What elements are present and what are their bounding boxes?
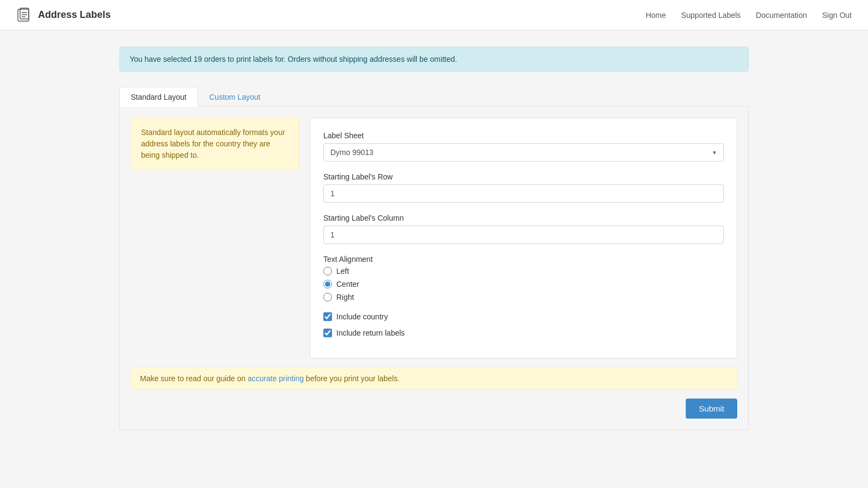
alert-message: You have selected 19 orders to print lab… [130,55,457,63]
include-country-checkbox[interactable] [323,312,332,321]
form-panel: Label Sheet Dymo 99013 Avery 5160 Avery … [310,118,737,358]
submit-button[interactable]: Submit [686,399,737,419]
alert-banner: You have selected 19 orders to print lab… [119,47,749,72]
starting-col-input[interactable] [323,226,724,244]
tab-bar: Standard Layout Custom Layout [119,87,749,107]
brand-icon [16,7,33,23]
radio-left-label: Left [336,267,349,275]
accurate-printing-link[interactable]: accurate printing [247,374,304,383]
sidebar-info-text: Standard layout automatically formats yo… [141,128,285,159]
bottom-note-suffix: before you print your labels. [304,374,400,383]
main-nav: Home Supported Labels Documentation Sign… [646,11,852,20]
radio-center-label: Center [336,280,359,288]
include-country-item[interactable]: Include country [323,312,724,321]
submit-row: Submit [131,399,737,419]
starting-row-label: Starting Label's Row [323,172,724,181]
starting-col-label: Starting Label's Column [323,214,724,222]
include-return-item[interactable]: Include return labels [323,329,724,337]
text-alignment-group: Text Alignment Left Center Right [323,255,724,301]
include-return-checkbox[interactable] [323,329,332,337]
bottom-note-prefix: Make sure to read our guide on [140,374,247,383]
svg-rect-1 [20,8,29,19]
nav-documentation[interactable]: Documentation [756,11,807,20]
tab-panel: Standard layout automatically formats yo… [119,107,749,430]
brand: Address Labels [16,7,111,23]
nav-sign-out[interactable]: Sign Out [822,11,852,20]
main-content: You have selected 19 orders to print lab… [108,30,760,446]
radio-left[interactable]: Left [323,267,724,275]
sidebar-info-box: Standard layout automatically formats yo… [131,118,299,170]
include-country-label: Include country [336,312,388,321]
text-alignment-label: Text Alignment [323,255,724,264]
radio-left-input[interactable] [323,267,332,275]
nav-home[interactable]: Home [646,11,666,20]
starting-row-input[interactable] [323,184,724,203]
starting-col-group: Starting Label's Column [323,214,724,244]
label-sheet-label: Label Sheet [323,131,724,140]
nav-supported-labels[interactable]: Supported Labels [681,11,741,20]
radio-right-input[interactable] [323,293,332,301]
include-return-label: Include return labels [336,329,405,337]
tab-standard-layout[interactable]: Standard Layout [119,87,198,107]
alignment-radio-group: Left Center Right [323,267,724,301]
radio-center[interactable]: Center [323,280,724,288]
tab-custom-layout[interactable]: Custom Layout [198,87,272,107]
label-sheet-select-wrapper: Dymo 99013 Avery 5160 Avery 5163 [323,143,724,162]
brand-name: Address Labels [38,9,111,21]
label-sheet-group: Label Sheet Dymo 99013 Avery 5160 Avery … [323,131,724,162]
header: Address Labels Home Supported Labels Doc… [0,0,868,30]
radio-right[interactable]: Right [323,293,724,301]
bottom-note: Make sure to read our guide on accurate … [131,367,737,390]
starting-row-group: Starting Label's Row [323,172,724,203]
tab-content: Standard layout automatically formats yo… [131,118,737,358]
radio-right-label: Right [336,293,354,301]
radio-center-input[interactable] [323,280,332,288]
label-sheet-select[interactable]: Dymo 99013 Avery 5160 Avery 5163 [323,143,724,162]
